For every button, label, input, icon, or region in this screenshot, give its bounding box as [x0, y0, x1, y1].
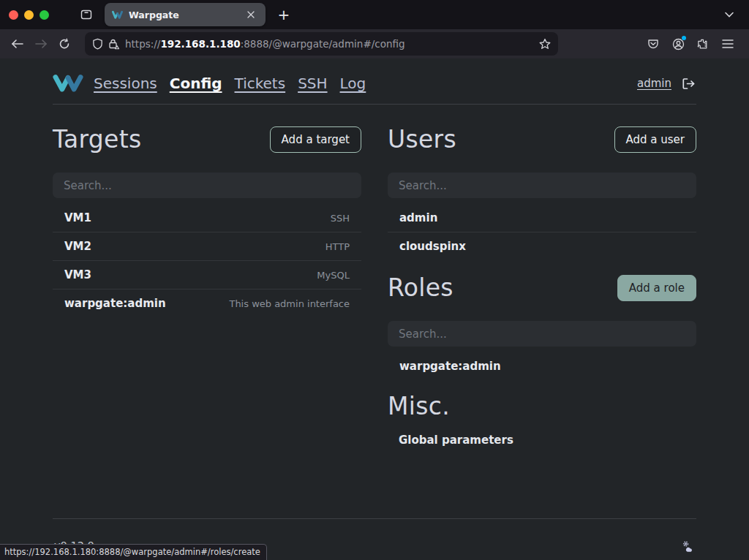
extensions-puzzle-icon[interactable] — [692, 33, 714, 55]
nav-config[interactable]: Config — [170, 75, 222, 92]
right-column: Users Add a user admin cloudspinx — [388, 113, 696, 447]
window-controls — [9, 10, 49, 20]
logout-icon[interactable] — [680, 75, 696, 91]
lock-warning-icon[interactable] — [108, 38, 119, 50]
warpgate-logo-icon — [53, 73, 83, 94]
firefox-view-icon[interactable] — [75, 4, 97, 26]
current-user-link[interactable]: admin — [637, 77, 671, 90]
users-section: Users Add a user admin cloudspinx — [388, 125, 696, 260]
url-text: https://192.168.1.180:8888/@warpgate/adm… — [125, 38, 539, 50]
minimize-window-button[interactable] — [24, 10, 34, 20]
site-header: Sessions Config Tickets SSH Log admin — [53, 58, 696, 104]
misc-title: Misc. — [388, 392, 450, 420]
favicon-warpgate-icon — [112, 10, 123, 20]
new-tab-button[interactable]: + — [273, 4, 295, 26]
header-divider — [53, 104, 696, 105]
users-list: admin cloudspinx — [388, 204, 696, 260]
reload-button[interactable] — [53, 33, 76, 55]
roles-title: Roles — [388, 273, 453, 302]
target-row[interactable]: VM2 HTTP — [53, 232, 361, 261]
tracking-shield-icon[interactable] — [92, 38, 103, 50]
targets-title: Targets — [53, 125, 141, 154]
gears-cloud-icon[interactable] — [681, 540, 695, 552]
warpgate-admin-page: Sessions Config Tickets SSH Log admin — [0, 58, 749, 560]
bookmark-star-icon[interactable] — [539, 38, 551, 50]
roles-search-input[interactable] — [388, 321, 696, 347]
account-notification-badge — [682, 36, 686, 40]
roles-list: warpgate:admin — [388, 352, 696, 380]
main-nav: Sessions Config Tickets SSH Log — [94, 75, 366, 92]
target-row[interactable]: VM3 MySQL — [53, 261, 361, 290]
back-button[interactable] — [6, 33, 29, 55]
tab-bar: Warpgate + — [0, 0, 749, 29]
status-bar-link-preview: https://192.168.1.180:8888/@warpgate/adm… — [0, 544, 267, 560]
browser-toolbar: https://192.168.1.180:8888/@warpgate/adm… — [0, 29, 749, 58]
misc-section: Misc. Global parameters — [388, 392, 696, 447]
user-row[interactable]: cloudspinx — [388, 232, 696, 260]
users-search-input[interactable] — [388, 173, 696, 198]
targets-list: VM1 SSH VM2 HTTP VM3 MySQL warpgate:ad — [53, 204, 361, 317]
menu-hamburger-icon[interactable] — [717, 33, 739, 55]
pocket-icon[interactable] — [642, 33, 664, 55]
browser-window: Warpgate + — [0, 0, 749, 560]
target-row[interactable]: warpgate:admin This web admin interface — [53, 290, 361, 317]
nav-sessions[interactable]: Sessions — [94, 75, 157, 92]
forward-button[interactable] — [29, 33, 53, 55]
tab-title: Warpgate — [129, 10, 244, 20]
add-target-button[interactable]: Add a target — [270, 126, 361, 153]
add-role-button[interactable]: Add a role — [617, 275, 696, 301]
url-bar[interactable]: https://192.168.1.180:8888/@warpgate/adm… — [85, 32, 558, 56]
role-row[interactable]: warpgate:admin — [388, 352, 696, 380]
users-title: Users — [388, 125, 456, 154]
global-parameters-link[interactable]: Global parameters — [388, 434, 696, 447]
browser-tab[interactable]: Warpgate — [105, 3, 266, 26]
close-tab-icon[interactable] — [244, 7, 258, 22]
targets-search-input[interactable] — [53, 173, 361, 198]
nav-tickets[interactable]: Tickets — [235, 75, 286, 92]
account-icon[interactable] — [667, 33, 689, 55]
user-row[interactable]: admin — [388, 204, 696, 232]
close-window-button[interactable] — [9, 10, 18, 20]
target-row[interactable]: VM1 SSH — [53, 204, 361, 232]
roles-section: Roles Add a role warpgate:admin — [388, 273, 696, 380]
nav-log[interactable]: Log — [340, 75, 366, 92]
add-user-button[interactable]: Add a user — [614, 126, 697, 153]
list-tabs-chevron-icon[interactable] — [718, 4, 740, 26]
targets-section: Targets Add a target VM1 SSH VM2 HTTP — [53, 113, 361, 447]
zoom-window-button[interactable] — [39, 10, 49, 20]
nav-ssh[interactable]: SSH — [298, 75, 327, 92]
